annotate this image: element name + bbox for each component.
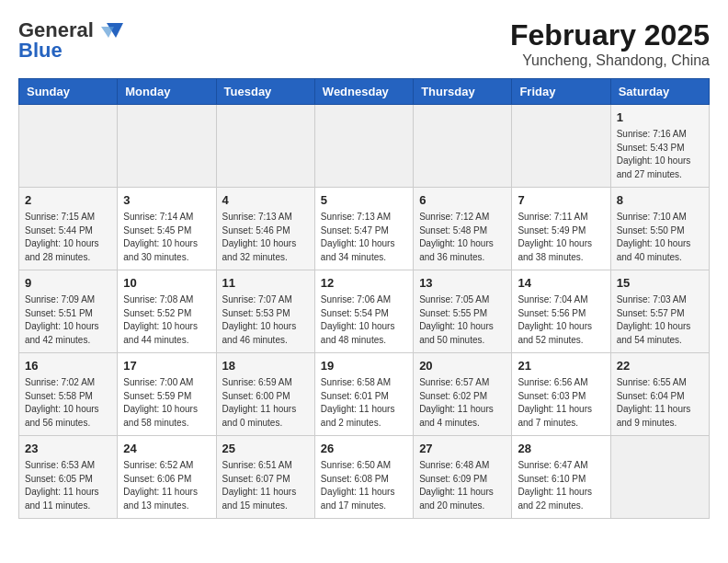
day-number: 8 xyxy=(617,192,703,209)
day-number: 5 xyxy=(321,192,407,209)
day-info: Sunrise: 7:12 AM Sunset: 5:48 PM Dayligh… xyxy=(419,211,506,264)
day-number: 21 xyxy=(518,358,604,374)
page-header: General Blue February 2025 Yuncheng, Sha… xyxy=(18,18,710,69)
day-cell: 1Sunrise: 7:16 AM Sunset: 5:43 PM Daylig… xyxy=(610,105,709,188)
day-info: Sunrise: 7:09 AM Sunset: 5:51 PM Dayligh… xyxy=(25,293,111,347)
day-info: Sunrise: 6:53 AM Sunset: 6:05 PM Dayligh… xyxy=(25,459,111,512)
week-row-5: 23Sunrise: 6:53 AM Sunset: 6:05 PM Dayli… xyxy=(19,436,710,519)
day-cell: 9Sunrise: 7:09 AM Sunset: 5:51 PM Daylig… xyxy=(19,270,118,353)
day-info: Sunrise: 6:48 AM Sunset: 6:09 PM Dayligh… xyxy=(419,459,506,512)
day-cell: 19Sunrise: 6:58 AM Sunset: 6:01 PM Dayli… xyxy=(314,353,413,436)
day-cell: 2Sunrise: 7:15 AM Sunset: 5:44 PM Daylig… xyxy=(19,188,118,270)
day-cell: 8Sunrise: 7:10 AM Sunset: 5:50 PM Daylig… xyxy=(610,188,709,270)
weekday-sunday: Sunday xyxy=(19,79,118,105)
day-info: Sunrise: 7:14 AM Sunset: 5:45 PM Dayligh… xyxy=(123,211,210,264)
weekday-wednesday: Wednesday xyxy=(314,79,413,105)
logo-blue-text: Blue xyxy=(18,39,63,63)
day-info: Sunrise: 7:13 AM Sunset: 5:47 PM Dayligh… xyxy=(321,211,407,264)
day-cell: 6Sunrise: 7:12 AM Sunset: 5:48 PM Daylig… xyxy=(414,188,512,270)
day-cell: 21Sunrise: 6:56 AM Sunset: 6:03 PM Dayli… xyxy=(512,353,610,436)
day-number: 9 xyxy=(25,275,111,292)
day-info: Sunrise: 7:04 AM Sunset: 5:56 PM Dayligh… xyxy=(518,293,604,347)
day-cell: 18Sunrise: 6:59 AM Sunset: 6:00 PM Dayli… xyxy=(216,353,314,436)
day-cell: 4Sunrise: 7:13 AM Sunset: 5:46 PM Daylig… xyxy=(216,188,314,270)
day-info: Sunrise: 6:58 AM Sunset: 6:01 PM Dayligh… xyxy=(321,376,407,430)
page-subtitle: Yuncheng, Shandong, China xyxy=(510,52,710,69)
day-info: Sunrise: 7:15 AM Sunset: 5:44 PM Dayligh… xyxy=(25,211,111,264)
day-info: Sunrise: 7:00 AM Sunset: 5:59 PM Dayligh… xyxy=(123,376,210,430)
weekday-monday: Monday xyxy=(118,79,216,105)
day-number: 19 xyxy=(321,358,407,374)
weekday-friday: Friday xyxy=(512,79,610,105)
day-number: 24 xyxy=(123,441,210,457)
logo: General Blue xyxy=(18,18,123,63)
day-number: 26 xyxy=(321,441,407,457)
day-cell: 26Sunrise: 6:50 AM Sunset: 6:08 PM Dayli… xyxy=(314,436,413,519)
day-number: 3 xyxy=(123,192,210,209)
day-number: 12 xyxy=(321,275,407,292)
weekday-thursday: Thursday xyxy=(414,79,512,105)
title-block: February 2025 Yuncheng, Shandong, China xyxy=(510,18,710,69)
day-cell: 15Sunrise: 7:03 AM Sunset: 5:57 PM Dayli… xyxy=(610,270,709,353)
day-info: Sunrise: 7:07 AM Sunset: 5:53 PM Dayligh… xyxy=(222,293,309,347)
day-cell xyxy=(512,105,610,188)
week-row-3: 9Sunrise: 7:09 AM Sunset: 5:51 PM Daylig… xyxy=(19,270,710,353)
day-info: Sunrise: 6:56 AM Sunset: 6:03 PM Dayligh… xyxy=(518,376,604,430)
day-cell: 17Sunrise: 7:00 AM Sunset: 5:59 PM Dayli… xyxy=(118,353,216,436)
day-info: Sunrise: 6:51 AM Sunset: 6:07 PM Dayligh… xyxy=(222,459,309,512)
day-number: 25 xyxy=(222,441,309,457)
day-info: Sunrise: 6:52 AM Sunset: 6:06 PM Dayligh… xyxy=(123,459,210,512)
week-row-1: 1Sunrise: 7:16 AM Sunset: 5:43 PM Daylig… xyxy=(19,105,710,188)
day-cell: 27Sunrise: 6:48 AM Sunset: 6:09 PM Dayli… xyxy=(414,436,512,519)
day-number: 14 xyxy=(518,275,604,292)
svg-marker-1 xyxy=(101,27,114,38)
day-info: Sunrise: 7:02 AM Sunset: 5:58 PM Dayligh… xyxy=(25,376,111,430)
day-info: Sunrise: 7:10 AM Sunset: 5:50 PM Dayligh… xyxy=(617,211,703,264)
day-number: 1 xyxy=(617,109,703,126)
page-title: February 2025 xyxy=(510,18,710,52)
day-cell xyxy=(19,105,118,188)
day-info: Sunrise: 7:08 AM Sunset: 5:52 PM Dayligh… xyxy=(123,293,210,347)
day-info: Sunrise: 7:11 AM Sunset: 5:49 PM Dayligh… xyxy=(518,211,604,264)
day-cell: 3Sunrise: 7:14 AM Sunset: 5:45 PM Daylig… xyxy=(118,188,216,270)
day-cell: 28Sunrise: 6:47 AM Sunset: 6:10 PM Dayli… xyxy=(512,436,610,519)
calendar-table: SundayMondayTuesdayWednesdayThursdayFrid… xyxy=(18,78,710,519)
weekday-tuesday: Tuesday xyxy=(216,79,314,105)
day-number: 7 xyxy=(518,192,604,209)
day-number: 2 xyxy=(25,192,111,209)
day-cell: 7Sunrise: 7:11 AM Sunset: 5:49 PM Daylig… xyxy=(512,188,610,270)
day-info: Sunrise: 6:57 AM Sunset: 6:02 PM Dayligh… xyxy=(419,376,506,430)
day-cell: 20Sunrise: 6:57 AM Sunset: 6:02 PM Dayli… xyxy=(414,353,512,436)
day-number: 11 xyxy=(222,275,309,292)
day-info: Sunrise: 7:16 AM Sunset: 5:43 PM Dayligh… xyxy=(617,128,703,181)
day-number: 20 xyxy=(419,358,506,374)
day-number: 22 xyxy=(617,358,703,374)
day-cell xyxy=(118,105,216,188)
day-cell xyxy=(314,105,413,188)
day-number: 13 xyxy=(419,275,506,292)
day-cell: 5Sunrise: 7:13 AM Sunset: 5:47 PM Daylig… xyxy=(314,188,413,270)
day-cell: 22Sunrise: 6:55 AM Sunset: 6:04 PM Dayli… xyxy=(610,353,709,436)
day-info: Sunrise: 7:05 AM Sunset: 5:55 PM Dayligh… xyxy=(419,293,506,347)
day-cell: 10Sunrise: 7:08 AM Sunset: 5:52 PM Dayli… xyxy=(118,270,216,353)
day-info: Sunrise: 7:03 AM Sunset: 5:57 PM Dayligh… xyxy=(617,293,703,347)
day-number: 10 xyxy=(123,275,210,292)
week-row-4: 16Sunrise: 7:02 AM Sunset: 5:58 PM Dayli… xyxy=(19,353,710,436)
day-info: Sunrise: 6:47 AM Sunset: 6:10 PM Dayligh… xyxy=(518,459,604,512)
day-info: Sunrise: 6:50 AM Sunset: 6:08 PM Dayligh… xyxy=(321,459,407,512)
day-number: 17 xyxy=(123,358,210,374)
day-number: 15 xyxy=(617,275,703,292)
day-number: 4 xyxy=(222,192,309,209)
logo-icon xyxy=(97,21,123,40)
week-row-2: 2Sunrise: 7:15 AM Sunset: 5:44 PM Daylig… xyxy=(19,188,710,270)
day-number: 16 xyxy=(25,358,111,374)
weekday-saturday: Saturday xyxy=(610,79,709,105)
day-cell: 25Sunrise: 6:51 AM Sunset: 6:07 PM Dayli… xyxy=(216,436,314,519)
day-number: 28 xyxy=(518,441,604,457)
day-cell: 14Sunrise: 7:04 AM Sunset: 5:56 PM Dayli… xyxy=(512,270,610,353)
day-cell: 16Sunrise: 7:02 AM Sunset: 5:58 PM Dayli… xyxy=(19,353,118,436)
day-info: Sunrise: 6:59 AM Sunset: 6:00 PM Dayligh… xyxy=(222,376,309,430)
day-cell: 12Sunrise: 7:06 AM Sunset: 5:54 PM Dayli… xyxy=(314,270,413,353)
day-cell: 23Sunrise: 6:53 AM Sunset: 6:05 PM Dayli… xyxy=(19,436,118,519)
day-info: Sunrise: 6:55 AM Sunset: 6:04 PM Dayligh… xyxy=(617,376,703,430)
